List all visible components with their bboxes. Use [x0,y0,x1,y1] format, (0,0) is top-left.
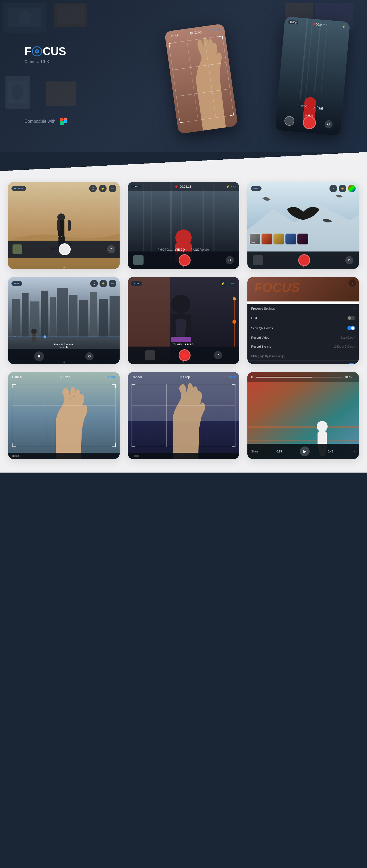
pano-flip[interactable]: ↺ [85,352,93,361]
crop-corner-tr-1[interactable] [112,384,116,388]
tl-flip[interactable]: ↺ [214,351,222,359]
svg-rect-14 [60,118,64,121]
hdr-top-bar: HDR 5 ⚡ [247,182,359,195]
crop2-done[interactable]: Done [228,375,235,379]
mode-panorama[interactable]: PANORAMA [191,248,209,251]
qr-toggle[interactable] [347,326,355,330]
pano-hdr-pill[interactable]: HDR [11,281,22,286]
compatible-with: Compatible with [25,117,68,126]
crop-corner-tl-1[interactable] [12,384,16,388]
crop-corner-br-2[interactable] [232,443,235,447]
record-btn[interactable] [302,116,316,130]
hdr-pill[interactable]: HDR [11,186,26,191]
crop-corner-bl-2[interactable] [132,443,135,447]
phone-grid-row3: Cancel ⊡ Crop Done 180° Reset [8,372,359,459]
crop-corner-tl-2[interactable] [132,384,135,388]
photo-bottom-controls: ↺ [8,241,120,258]
filter-warm[interactable] [274,234,284,244]
hdr-label: HDR [18,187,23,190]
setting-slo-mo[interactable]: Record Slo-mo 1080p at 240fps › [247,342,359,351]
playback-more-btn[interactable]: ⋯ [351,449,355,454]
svg-point-2 [18,11,31,25]
filter-cool[interactable] [285,234,296,244]
flip-camera-btn[interactable]: ↺ [107,245,115,253]
grid-toggle[interactable] [347,316,355,320]
crop-cancel[interactable]: Cancel [169,33,180,38]
screen-crop-1: Cancel ⊡ Crop Done 180° Reset [8,372,120,459]
timer-icon[interactable]: ⏱ [89,185,97,192]
crop-vl2 [81,384,81,447]
video-top-bar: 1080p 00:02:13 ⚡ Auto [128,182,239,191]
crop2-reset[interactable]: Reset [132,454,139,457]
setting-grid[interactable]: Grid [247,313,359,323]
flash-auto: ⚡ [226,185,230,188]
mode-photo[interactable]: PHOTO [158,248,169,251]
pano-more[interactable]: ⋯ [109,280,116,287]
filter-dramatic[interactable] [298,234,308,244]
video-thumb[interactable] [133,255,144,265]
tl-flash-icon[interactable]: ⚡ [219,280,227,287]
swipe-up-4: ∧ [63,361,65,363]
tl-hdr-pill[interactable]: HDR [131,281,142,286]
tl-thumb[interactable] [145,350,155,361]
playback-play-btn[interactable]: ▶ [300,446,310,456]
crop-done[interactable]: Done [212,27,220,32]
rec-indicator [175,186,177,188]
gallery-btn[interactable] [284,116,295,126]
setting-auto-hdr[interactable]: Auto HDR [247,361,359,364]
setting-qr[interactable]: Scan QR Codes [247,323,359,333]
flip-btn[interactable]: ↺ [324,120,333,129]
hdr-pill-2[interactable]: HDR [251,186,261,191]
settings-chevron[interactable]: ∨ [348,279,356,287]
compatible-text: Compatible with [25,119,55,124]
svg-rect-45 [170,182,172,264]
playback-share[interactable]: Share [251,450,258,453]
video-flip[interactable]: ↺ [226,256,234,264]
hdr-thumb[interactable] [253,255,263,265]
svg-point-9 [12,84,23,100]
shutter-btn[interactable] [59,243,71,255]
num-5-icon[interactable]: 5 [330,185,337,192]
setting-rv-value: 4k at 60fps [340,336,353,339]
record-shutter[interactable] [178,254,191,266]
crop-corner-tr-2[interactable] [232,384,235,388]
crop-corner-br-1[interactable] [112,443,116,447]
thumbnail[interactable] [12,244,22,254]
res-badge: 1080p [131,185,141,188]
more-icon[interactable]: ⋯ [109,185,116,192]
mode-video-active[interactable]: VIDEO [175,248,186,251]
crop-vl1-2 [166,384,167,447]
figma-icon [59,117,68,126]
timelapse-label: TIME-LAPSE [173,343,194,346]
pano-timer[interactable]: ⏱ [90,280,98,287]
playback-pause-icon[interactable]: ⏸ [250,375,253,379]
filter-none[interactable]: None [250,234,260,244]
progress-bar[interactable] [256,377,342,377]
screen-timelapse: HDR ⚡ ⋯ TIME-LAPSE [128,277,239,364]
hdr-shutter[interactable] [298,254,310,266]
phone-card-playback: ⏸ 100% + Share 0:23 ▶ 0:45 ⋯ [247,372,359,459]
logo-f: F [25,45,31,58]
pano-flash[interactable]: ⚡ [100,280,107,287]
pano-stop-btn[interactable]: ■ [34,351,44,361]
swipe-up-5: ∧ [183,361,185,363]
hdr-flip[interactable]: ↺ [345,256,354,264]
playback-plus[interactable]: + [354,375,356,379]
flash-icon-btn[interactable]: ⚡ [99,185,107,192]
crop1-done[interactable]: Done [108,375,116,379]
tl-record-btn[interactable] [178,349,191,361]
color-icon[interactable] [348,185,356,192]
crop1-bottom: Reset [8,453,120,459]
flash-hdr-icon[interactable]: ⚡ [339,185,346,192]
setting-record-video[interactable]: Record Video 4k at 60fps › [247,333,359,342]
crop1-reset[interactable]: Reset [12,454,19,457]
crop2-cancel[interactable]: Cancel [132,375,142,379]
setting-preserve[interactable]: Preserve Settings › [247,304,359,313]
logo-o-icon [32,46,42,57]
auto-hdr-toggle[interactable] [347,363,355,364]
filter-vivid[interactable] [261,234,273,244]
tl-more-icon[interactable]: ⋯ [228,280,236,287]
svg-rect-43 [143,182,144,258]
crop1-cancel[interactable]: Cancel [12,375,22,379]
crop-corner-bl-1[interactable] [12,443,16,447]
